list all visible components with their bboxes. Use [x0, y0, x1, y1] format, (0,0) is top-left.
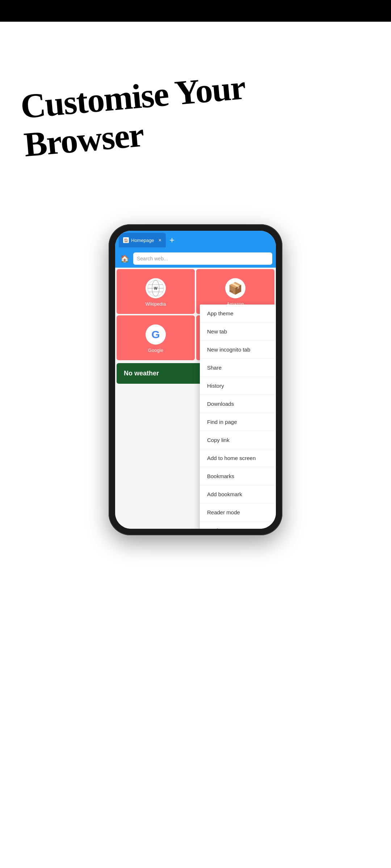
- menu-item-history[interactable]: History: [200, 377, 276, 395]
- browser-content: W Wikipedia 📦 Amazon: [115, 268, 276, 529]
- menu-item-copy-link[interactable]: Copy link: [200, 431, 276, 449]
- tab-page-icon: 🏠: [123, 237, 129, 243]
- menu-item-reader-mode[interactable]: Reader mode: [200, 503, 276, 522]
- menu-item-bookmarks[interactable]: Bookmarks: [200, 467, 276, 485]
- browser-tab[interactable]: 🏠 Homepage ×: [119, 233, 166, 247]
- weather-text: No weather: [124, 370, 159, 377]
- context-menu: App theme New tab New incognito tab Shar…: [200, 305, 276, 529]
- svg-text:G: G: [151, 328, 160, 340]
- phone-frame: 🏠 Homepage × + 🏠 Search web...: [109, 224, 282, 535]
- menu-item-add-bookmark[interactable]: Add bookmark: [200, 485, 276, 503]
- menu-item-new-incognito[interactable]: New incognito tab: [200, 341, 276, 359]
- menu-item-new-tab[interactable]: New tab: [200, 323, 276, 341]
- google-icon: G: [146, 324, 166, 345]
- phone-mockup: 🏠 Homepage × + 🏠 Search web...: [109, 224, 282, 535]
- address-input[interactable]: Search web...: [133, 252, 272, 265]
- menu-item-app-theme[interactable]: App theme: [200, 305, 276, 323]
- page-title: Customise Your Browser: [19, 58, 372, 164]
- menu-item-find-in-page[interactable]: Find in page: [200, 413, 276, 431]
- phone-screen: 🏠 Homepage × + 🏠 Search web...: [115, 231, 276, 529]
- shortcut-wikipedia[interactable]: W Wikipedia: [117, 269, 195, 314]
- browser-tab-bar: 🏠 Homepage × +: [115, 231, 276, 250]
- home-icon: 🏠: [120, 254, 129, 263]
- shortcut-google-label: Google: [148, 348, 163, 353]
- browser-address-bar: 🏠 Search web...: [115, 250, 276, 268]
- wikipedia-icon: W: [146, 278, 166, 298]
- svg-text:W: W: [154, 286, 157, 290]
- amazon-icon: 📦: [225, 278, 245, 298]
- tab-title: Homepage: [131, 238, 156, 243]
- new-tab-button[interactable]: +: [169, 235, 175, 245]
- menu-item-downloads[interactable]: Downloads: [200, 395, 276, 413]
- address-placeholder: Search web...: [137, 256, 168, 261]
- tab-close-button[interactable]: ×: [159, 237, 161, 243]
- home-button[interactable]: 🏠: [119, 253, 130, 264]
- menu-item-settings[interactable]: Settings: [200, 522, 276, 529]
- menu-item-add-home[interactable]: Add to home screen: [200, 449, 276, 467]
- menu-item-share[interactable]: Share: [200, 359, 276, 377]
- shortcut-google[interactable]: G Google: [117, 315, 195, 360]
- status-bar: [0, 0, 391, 22]
- shortcut-wikipedia-label: Wikipedia: [146, 301, 166, 307]
